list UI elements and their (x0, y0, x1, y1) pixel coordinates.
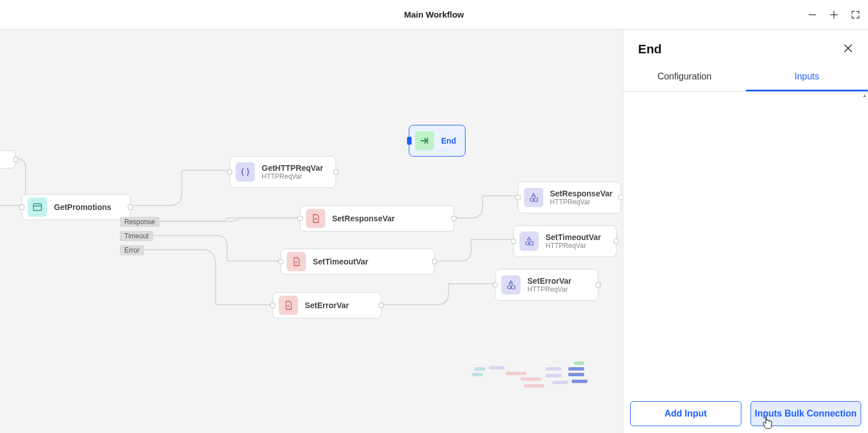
node-set-error-var[interactable]: SetErrorVar (272, 292, 381, 318)
node-sub: HTTPReqVar (527, 285, 572, 293)
port-in[interactable] (278, 259, 283, 264)
node-sub: HTTPReqVar (262, 173, 323, 180)
scroll-up-arrow[interactable]: ▲ (862, 93, 867, 98)
port-out[interactable] (451, 216, 456, 221)
node-get-http-req-var[interactable]: GetHTTPReqVar HTTPReqVar (229, 156, 336, 188)
tab-configuration[interactable]: Configuration (623, 62, 746, 91)
workflow-canvas[interactable]: End GetPromotions Response Timeout Error (0, 30, 623, 433)
port-out[interactable] (432, 259, 437, 264)
set-file-icon (279, 296, 298, 315)
node-sub: HTTPReqVar (550, 198, 613, 206)
minimize-button[interactable] (807, 9, 818, 20)
node-set-error-var-2[interactable]: SetErrorVar HTTPReqVar (495, 269, 598, 301)
minus-icon (808, 10, 817, 19)
svg-point-2 (530, 198, 534, 201)
svg-point-4 (526, 242, 529, 245)
port-in[interactable] (515, 195, 521, 200)
svg-point-6 (508, 285, 511, 289)
port-in[interactable] (297, 216, 303, 221)
svg-rect-7 (511, 285, 515, 289)
set-file-icon (306, 209, 325, 228)
workflow-title: Main Workflow (404, 10, 464, 19)
port-out[interactable] (333, 170, 338, 175)
node-set-response-var-2[interactable]: SetResponseVar HTTPReqVar (518, 182, 621, 213)
minimap[interactable] (472, 361, 614, 424)
side-panel-footer: Add Input Inputs Bulk Connection (623, 394, 868, 433)
port-in[interactable] (407, 137, 412, 145)
node-title: SetResponseVar (332, 214, 395, 223)
plus-icon (829, 10, 838, 19)
node-title: GetPromotions (54, 203, 111, 212)
node-title: SetTimeoutVar (546, 233, 601, 242)
tab-inputs[interactable]: Inputs (746, 62, 869, 91)
header-controls (807, 0, 861, 29)
node-title: SetTimeoutVar (313, 257, 368, 266)
side-panel: End Configuration Inputs ▲ Add Input Inp… (623, 30, 868, 433)
svg-rect-1 (33, 204, 41, 211)
svg-rect-5 (530, 242, 533, 245)
port-out[interactable] (596, 283, 601, 288)
node-get-promotions[interactable]: GetPromotions (22, 194, 131, 220)
node-set-timeout-var[interactable]: SetTimeoutVar (280, 249, 435, 275)
add-button[interactable] (828, 9, 840, 20)
port-in[interactable] (227, 170, 232, 175)
port-out[interactable] (618, 195, 623, 200)
side-panel-title: End (638, 42, 662, 57)
bulk-connection-button[interactable]: Inputs Bulk Connection (750, 401, 862, 426)
object-icon (236, 162, 255, 182)
side-panel-body: ▲ (623, 92, 868, 394)
side-panel-header: End (623, 30, 868, 62)
port-in[interactable] (270, 303, 275, 308)
node-title: SetResponseVar (550, 189, 613, 198)
main-area: End GetPromotions Response Timeout Error (0, 30, 868, 433)
shapes-icon (519, 232, 539, 251)
port-out[interactable] (614, 239, 619, 244)
port-out[interactable] (128, 205, 133, 210)
port-out[interactable] (13, 157, 18, 162)
node-set-timeout-var-2[interactable]: SetTimeoutVar HTTPReqVar (513, 225, 617, 257)
close-icon (843, 43, 853, 53)
port-out[interactable] (379, 303, 384, 308)
node-set-response-var[interactable]: SetResponseVar (300, 205, 454, 232)
svg-rect-3 (534, 198, 538, 201)
port-in[interactable] (511, 239, 516, 244)
output-label-response[interactable]: Response (120, 217, 160, 227)
close-button[interactable] (843, 43, 853, 56)
shapes-icon (524, 188, 543, 207)
node-title: SetErrorVar (305, 301, 349, 310)
port-in[interactable] (19, 205, 24, 210)
port-in[interactable] (493, 283, 498, 288)
svg-rect-0 (427, 137, 429, 144)
browser-icon (28, 197, 47, 217)
add-input-button[interactable]: Add Input (630, 401, 741, 426)
fullscreen-button[interactable] (850, 9, 861, 20)
app-header: Main Workflow (0, 0, 868, 30)
node-end[interactable]: End (409, 125, 466, 157)
shapes-icon (501, 275, 521, 295)
node-preceding-partial[interactable] (0, 150, 16, 169)
side-panel-tabs: Configuration Inputs (623, 62, 868, 92)
set-file-icon (287, 252, 306, 271)
node-title: SetErrorVar (527, 276, 572, 285)
node-title: End (441, 136, 456, 145)
output-label-error[interactable]: Error (120, 245, 144, 255)
node-title: GetHTTPReqVar (262, 163, 323, 173)
end-icon (415, 131, 434, 150)
fullscreen-icon (851, 10, 860, 19)
output-label-timeout[interactable]: Timeout (120, 231, 153, 241)
node-sub: HTTPReqVar (546, 242, 601, 250)
